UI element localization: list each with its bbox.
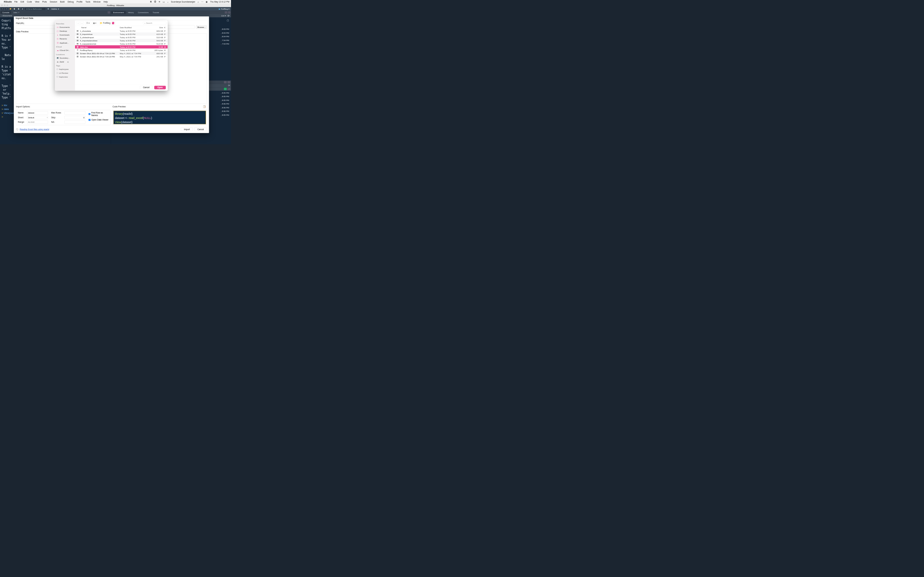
spotlight-icon[interactable]: ⌕ — [198, 1, 199, 3]
menu-view[interactable]: View — [35, 1, 39, 3]
menu-session[interactable]: Session — [50, 1, 57, 3]
opendataviewer-checkbox[interactable]: Open Data Viewer — [89, 119, 109, 121]
grid-button[interactable]: ▦ — [47, 8, 50, 10]
help-icon[interactable]: ⓘ — [16, 128, 18, 131]
code-preview-text[interactable]: library(readxl) dataset <- read_excel(NU… — [113, 111, 206, 124]
file-row[interactable]: ▧Screen Shot 2021-05-04 at 7.54.19 PMMay… — [75, 55, 168, 58]
updown-icon[interactable]: ⌃⌄ — [112, 22, 114, 24]
tag-1[interactable]: haplotypes — [56, 68, 74, 71]
forward-button[interactable]: › — [80, 21, 84, 25]
menu-code[interactable]: Code — [27, 1, 32, 3]
firstrow-checkbox[interactable]: First Row as Names — [89, 111, 109, 117]
menu-debug[interactable]: Debug — [68, 1, 74, 3]
print-button[interactable]: 🖨 — [21, 8, 24, 10]
close-icon[interactable]: ✕ — [18, 11, 19, 13]
record-icon[interactable]: ⦿ — [154, 1, 156, 3]
battery-icon[interactable]: ▭ — [163, 1, 165, 3]
save-button[interactable]: 💾 — [13, 8, 16, 10]
pane-maximize-icon[interactable] — [108, 11, 110, 13]
sheet-select[interactable]: Default — [27, 116, 48, 119]
tab-connections[interactable]: Connections — [136, 11, 150, 14]
new-file-button[interactable]: ＋ — [1, 8, 4, 10]
sidebar-documents[interactable]: ▭Documents — [56, 26, 74, 29]
status-icon[interactable] — [224, 88, 227, 90]
file-row[interactable]: ▤3_clickedimportToday at 8:05 PM510 KBP — [75, 35, 168, 39]
file-row[interactable]: ▤1_showdataToday at 8:05 PM606 KBP — [75, 29, 168, 32]
tab-jobs[interactable]: Jobs ✕ — [11, 11, 21, 14]
location-chip[interactable]: 📁 ForBlog ⌃⌄ — [99, 21, 115, 25]
menu-build[interactable]: Build — [60, 1, 65, 3]
file-row[interactable]: ▤2_importshowToday at 8:05 PM615 KBP — [75, 32, 168, 35]
na-input[interactable] — [65, 121, 86, 124]
project-menu[interactable]: ▣ForBlog▾ — [218, 8, 229, 10]
col-date[interactable]: Date Modified — [120, 26, 150, 29]
save-all-button[interactable]: 💾 — [17, 8, 20, 10]
file-row[interactable]: ▧Screen Shot 2021-05-04 at 7.54.13 PMMay… — [75, 52, 168, 55]
tab-console[interactable]: Console — [1, 11, 11, 14]
goto-file-input[interactable]: ➜Go to file/function — [25, 8, 46, 10]
sidebar-applications[interactable]: ⒶApplicati... — [56, 41, 74, 45]
menu-tools[interactable]: Tools — [86, 1, 90, 3]
menu-file[interactable]: File — [14, 1, 17, 3]
refresh-icon[interactable]: ⟳ — [228, 84, 230, 87]
finder-cancel-button[interactable]: Cancel — [140, 85, 153, 89]
control-center-icon[interactable]: ⋯ — [201, 1, 204, 3]
sort-asc-icon[interactable]: ˄ — [86, 27, 87, 29]
sidebar-location-2[interactable]: ⏏Zettlr ⏏ — [56, 60, 74, 63]
sidebar-location-1[interactable]: 💻Soundary... — [56, 56, 74, 60]
name-input[interactable] — [27, 111, 48, 114]
menu-profile[interactable]: Profile — [77, 1, 82, 3]
file-row[interactable]: ▤5_copypastescriptToday at 8:06 PM513 KB… — [75, 42, 168, 45]
menu-window[interactable]: Window — [93, 1, 100, 3]
tab-environment[interactable]: Environment — [111, 11, 126, 14]
help-link[interactable]: Reading Excel files using readxl — [19, 128, 49, 131]
list-menu[interactable]: List ▾ — [221, 15, 226, 17]
finder-list[interactable]: ▤1_showdataToday at 8:05 PM606 KBP▤2_imp… — [75, 29, 168, 84]
view-list-button[interactable]: ☰ ▾ — [85, 21, 90, 25]
zoom-icon[interactable] — [7, 5, 8, 6]
clipboard-icon[interactable]: 📋 — [203, 105, 206, 108]
refresh-icon[interactable]: ⟳ — [228, 15, 229, 17]
minimize-icon[interactable] — [4, 5, 5, 6]
cancel-button[interactable]: Cancel — [194, 127, 207, 131]
col-size[interactable]: Size — [150, 26, 163, 29]
more-icon[interactable]: ⋯ — [228, 88, 230, 90]
traffic-lights[interactable] — [1, 5, 8, 6]
bluetooth-icon[interactable]: ✳︎ — [158, 1, 160, 3]
menu-edit[interactable]: Edit — [21, 1, 24, 3]
app-name[interactable]: RStudio — [4, 1, 12, 3]
range-input[interactable] — [27, 121, 48, 124]
finder-open-button[interactable]: Open — [154, 85, 166, 89]
col-name[interactable]: Name˄ — [76, 26, 120, 29]
eject-icon[interactable]: ⏏ — [67, 61, 69, 63]
col-kind[interactable]: K — [163, 26, 166, 29]
close-icon[interactable] — [1, 5, 3, 6]
clock[interactable]: Thu May 13 8:12 PM — [210, 1, 229, 3]
skip-input[interactable] — [65, 116, 86, 119]
pane-icon[interactable] — [228, 11, 231, 13]
file-row[interactable]: ▦data.xlsxToday at 8:04 PM9 KBM — [75, 45, 168, 48]
tab-tutorial[interactable]: Tutorial — [151, 11, 161, 14]
user-name[interactable]: Soundarya Soundararajan — [171, 1, 195, 3]
menu-help[interactable]: Help — [103, 1, 108, 3]
maxrows-input[interactable] — [65, 111, 86, 114]
tab-history[interactable]: History — [126, 11, 136, 14]
file-row[interactable]: RForBlog.RprojToday at 8:04 PM205 bytesR — [75, 48, 168, 52]
siri-icon[interactable]: ◉ — [206, 1, 208, 3]
import-button[interactable]: Import — [181, 127, 193, 131]
sidebar-recents[interactable]: ◷Recents — [56, 37, 74, 40]
tag-3[interactable]: haploview — [56, 75, 74, 78]
menu-plots[interactable]: Plots — [42, 1, 47, 3]
sidebar-downloads[interactable]: ⤓Downloads — [56, 33, 74, 37]
sidebar-desktop[interactable]: ▢Desktop — [56, 29, 74, 33]
new-project-button[interactable]: ＋ — [5, 8, 8, 10]
file-row[interactable]: ▤4_importedandviewToday at 8:06 PM543 KB… — [75, 39, 168, 42]
finder-search[interactable]: ⌕Search — [143, 21, 166, 25]
browse-button[interactable]: Browse... — [196, 25, 207, 29]
pane-icon[interactable] — [228, 81, 230, 84]
pane-icon[interactable] — [224, 81, 227, 84]
open-file-button[interactable]: 📂 — [9, 8, 12, 10]
r-icon[interactable]: R — [150, 1, 152, 3]
view-group-button[interactable]: ▦ ▾ — [92, 21, 97, 25]
sidebar-icloud-drive[interactable]: ☁iCloud Dri... — [56, 49, 74, 52]
